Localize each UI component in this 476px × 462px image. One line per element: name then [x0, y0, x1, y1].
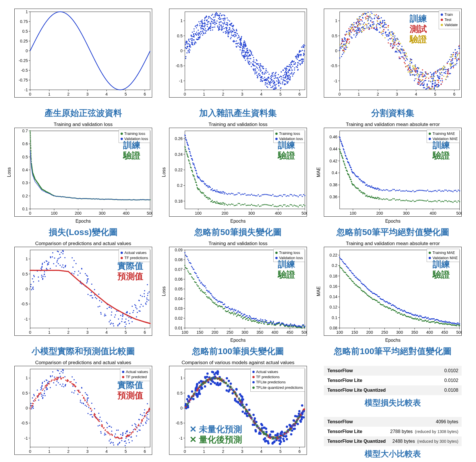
svg-point-1445	[448, 72, 449, 73]
svg-text:0: 0	[338, 92, 341, 96]
svg-point-3578	[368, 289, 369, 290]
svg-point-1380	[384, 27, 386, 28]
svg-point-4234	[241, 396, 243, 398]
svg-point-3762	[41, 386, 42, 387]
svg-point-2182	[290, 194, 291, 195]
svg-point-3790	[44, 395, 46, 396]
svg-point-183	[210, 17, 211, 18]
svg-point-681	[189, 51, 190, 53]
svg-point-4124	[102, 426, 103, 428]
svg-point-199	[238, 42, 239, 44]
svg-point-1990	[223, 203, 224, 204]
svg-point-676	[281, 71, 282, 73]
svg-point-2049	[300, 205, 301, 206]
svg-point-795	[201, 20, 202, 22]
svg-point-2556	[50, 268, 51, 269]
svg-point-2385	[348, 162, 349, 163]
svg-point-3248	[233, 310, 234, 312]
svg-point-3283	[259, 320, 260, 321]
svg-point-2146	[242, 193, 243, 195]
svg-point-1227	[385, 32, 386, 33]
svg-point-2341	[438, 200, 439, 201]
svg-point-2680	[73, 273, 74, 274]
svg-point-3851	[30, 405, 31, 406]
svg-point-1382	[426, 88, 427, 89]
svg-point-695	[244, 48, 245, 49]
svg-point-814	[191, 40, 193, 41]
svg-point-384	[202, 20, 203, 21]
svg-point-1714	[30, 137, 31, 138]
svg-point-1571	[348, 43, 349, 44]
svg-text:500: 500	[456, 211, 462, 216]
svg-point-1160	[411, 71, 412, 72]
svg-point-2586	[34, 276, 35, 277]
svg-point-3539	[459, 325, 460, 326]
svg-point-1960	[203, 192, 204, 193]
svg-text:450: 450	[441, 330, 448, 335]
svg-point-1562	[410, 60, 411, 61]
svg-point-3540	[339, 257, 340, 258]
svg-point-2334	[429, 201, 430, 202]
svg-point-490	[229, 20, 230, 22]
svg-point-1426	[349, 28, 350, 29]
svg-point-1386	[422, 74, 423, 75]
svg-point-3192	[191, 266, 192, 267]
svg-point-3876	[140, 414, 141, 415]
svg-text:0: 0	[335, 48, 338, 53]
svg-point-448	[303, 46, 304, 47]
svg-point-3414	[365, 293, 367, 294]
svg-point-2012	[251, 204, 252, 205]
svg-point-2498	[459, 190, 460, 191]
svg-point-3754	[129, 442, 130, 443]
svg-point-4120	[47, 385, 48, 386]
svg-point-2356	[458, 200, 459, 201]
svg-point-3799	[58, 377, 59, 378]
svg-text:0: 0	[180, 48, 183, 53]
svg-point-682	[256, 73, 257, 74]
svg-point-66	[270, 87, 272, 88]
svg-point-2150	[247, 195, 248, 196]
svg-point-640	[218, 29, 219, 30]
svg-point-4092	[38, 393, 40, 394]
svg-point-787	[289, 79, 291, 80]
svg-point-767	[187, 46, 188, 47]
svg-point-2278	[367, 195, 368, 196]
svg-point-3439	[384, 306, 385, 307]
svg-point-62	[282, 83, 283, 84]
svg-point-4292	[286, 438, 288, 440]
svg-point-1159	[345, 49, 346, 50]
svg-point-2653	[38, 280, 39, 282]
svg-text:400: 400	[430, 211, 437, 216]
svg-point-1542	[426, 77, 427, 78]
svg-point-629	[191, 42, 192, 43]
svg-point-3748	[100, 433, 102, 434]
svg-point-2577	[114, 317, 115, 318]
svg-point-3098	[241, 316, 243, 317]
svg-point-757	[226, 32, 227, 33]
svg-text:0.7: 0.7	[22, 129, 28, 133]
svg-point-1085	[392, 34, 394, 35]
svg-point-87	[245, 42, 246, 43]
svg-point-3736	[111, 442, 112, 443]
svg-point-265	[257, 67, 258, 69]
svg-point-577	[234, 32, 235, 33]
svg-point-4307	[227, 390, 230, 393]
svg-point-2608	[139, 310, 140, 312]
svg-point-1482	[425, 72, 427, 73]
svg-point-499	[256, 60, 258, 61]
svg-point-142	[198, 21, 200, 22]
svg-point-3822	[59, 384, 61, 385]
svg-point-1189	[343, 52, 344, 53]
svg-point-1639	[430, 81, 431, 82]
svg-point-1034	[447, 76, 448, 77]
svg-text:0.5: 0.5	[22, 29, 28, 34]
svg-text:3: 3	[86, 92, 88, 96]
svg-point-2344	[442, 201, 443, 202]
svg-point-2697	[139, 300, 140, 301]
svg-point-3728	[61, 386, 62, 387]
svg-point-3910	[142, 415, 143, 416]
svg-point-2068	[189, 151, 190, 152]
svg-point-4334	[293, 428, 295, 430]
svg-point-389	[217, 27, 218, 28]
svg-point-1221	[371, 18, 373, 20]
